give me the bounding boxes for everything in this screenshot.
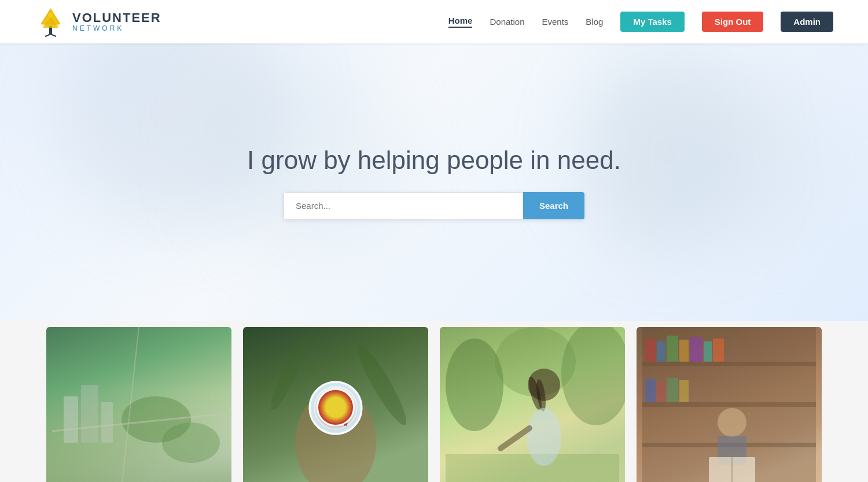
logo-volunteer-text: VOLUNTEER [72, 11, 161, 25]
search-button[interactable]: Search [523, 192, 584, 219]
card-voted-overlay: ★★★ [243, 327, 428, 482]
svg-point-6 [49, 13, 53, 17]
svg-line-31 [501, 428, 529, 448]
logo-icon [35, 6, 67, 38]
hero-figure-4 [694, 72, 839, 246]
svg-rect-17 [324, 401, 347, 406]
nav-link-blog[interactable]: Blog [586, 17, 603, 27]
card-child-reading[interactable] [637, 327, 822, 482]
cards-section: ★★★ [0, 321, 868, 482]
svg-point-16 [314, 386, 358, 430]
svg-rect-38 [667, 336, 678, 362]
svg-point-22 [266, 333, 313, 413]
my-tasks-button[interactable]: My Tasks [620, 12, 684, 32]
search-input[interactable] [284, 192, 523, 219]
card-city-park-svg [46, 327, 231, 482]
svg-rect-36 [645, 338, 656, 362]
svg-point-11 [162, 422, 220, 463]
nav-link-events[interactable]: Events [542, 17, 569, 27]
svg-rect-40 [690, 337, 703, 362]
card-child-reading-svg [637, 327, 822, 482]
svg-rect-46 [679, 380, 689, 402]
nav-link-donation[interactable]: Donation [490, 17, 524, 27]
hero-title: I grow by helping people in need. [247, 146, 621, 175]
svg-point-47 [718, 408, 746, 437]
svg-rect-39 [679, 340, 689, 362]
svg-rect-45 [667, 378, 678, 402]
sign-out-button[interactable]: Sign Out [702, 12, 764, 32]
hero-section: I grow by helping people in need. Search [0, 43, 868, 321]
logo-network-text: NETWORK [72, 25, 161, 32]
card-voted-sticker[interactable]: ★★★ [243, 327, 428, 482]
svg-point-23 [446, 338, 503, 431]
search-bar: Search [284, 192, 584, 219]
svg-line-1 [45, 34, 51, 36]
navbar: VOLUNTEER NETWORK Home Donation Events B… [0, 0, 868, 43]
svg-point-14 [295, 391, 376, 482]
svg-text:★★★: ★★★ [330, 420, 349, 428]
card-girl-park-svg [440, 327, 625, 482]
card-city-park[interactable] [46, 327, 231, 482]
hero-content: I grow by helping people in need. Search [247, 146, 621, 219]
card-girl-park[interactable] [440, 327, 625, 482]
svg-rect-8 [81, 385, 98, 443]
svg-rect-44 [657, 382, 665, 402]
logo[interactable]: VOLUNTEER NETWORK [35, 6, 161, 38]
svg-rect-43 [645, 379, 656, 402]
svg-rect-33 [642, 362, 816, 366]
admin-button[interactable]: Admin [781, 12, 833, 32]
svg-rect-9 [101, 402, 113, 443]
nav-links: Home Donation Events Blog My Tasks Sign … [448, 12, 833, 32]
nav-link-home[interactable]: Home [448, 16, 473, 28]
svg-rect-34 [642, 402, 816, 407]
svg-rect-19 [326, 415, 345, 418]
svg-rect-41 [704, 341, 712, 362]
logo-text: VOLUNTEER NETWORK [72, 11, 161, 32]
card-city-park-overlay [46, 327, 231, 482]
card-girl-park-overlay [440, 327, 625, 482]
svg-rect-42 [713, 338, 724, 362]
svg-rect-37 [657, 341, 665, 362]
card-child-reading-overlay [637, 327, 822, 482]
svg-line-2 [51, 34, 57, 36]
card-voted-svg: ★★★ [243, 327, 428, 482]
svg-point-30 [527, 408, 561, 466]
svg-rect-7 [64, 396, 78, 443]
svg-rect-18 [321, 408, 350, 413]
svg-point-15 [310, 382, 362, 434]
